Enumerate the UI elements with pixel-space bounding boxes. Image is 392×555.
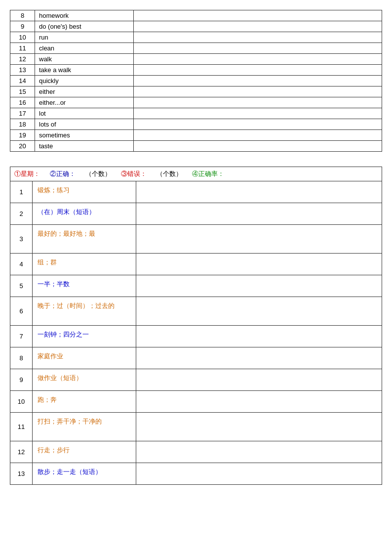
practice-answer [136,181,382,203]
vocab-num: 12 [10,54,35,65]
practice-row: 12 行走；步行 [10,441,382,463]
vocab-english: do (one's) best [35,21,134,32]
header-unit2: （个数） [157,170,182,178]
practice-chinese: 一刻钟；四分之一 [33,326,136,347]
practice-header-row: ①星期： ②正确： （个数） ③错误： （个数） ④正确率： [10,167,382,181]
vocab-blank [134,119,382,130]
vocab-table: 8 homework 9 do (one's) best 10 run 11 c… [10,10,382,152]
practice-chinese: 行走；步行 [33,441,136,463]
practice-answer [136,369,382,391]
vocab-blank [134,130,382,141]
practice-num: 3 [10,225,33,254]
practice-row: 6 晚于；过（时间）；过去的 [10,297,382,326]
vocab-num: 18 [10,119,35,130]
practice-num: 13 [10,463,33,485]
practice-chinese: 跑；奔 [33,391,136,413]
vocab-blank [134,32,382,43]
practice-num: 9 [10,369,33,391]
vocab-row: 13 take a walk [10,65,382,76]
vocab-num: 15 [10,86,35,97]
practice-row: 13 散步；走一走（短语） [10,463,382,485]
vocab-english: lots of [35,119,134,130]
header-lbl3: ③错误： [121,170,147,178]
vocab-row: 9 do (one's) best [10,21,382,32]
practice-table: ①星期： ②正确： （个数） ③错误： （个数） ④正确率： 1 锻炼；练习 2… [10,167,382,485]
practice-row: 3 最好的；最好地；最 [10,225,382,254]
vocab-english: homework [35,10,134,21]
practice-answer [136,347,382,369]
vocab-row: 19 sometimes [10,130,382,141]
vocab-row: 8 homework [10,10,382,21]
practice-answer [136,391,382,413]
practice-answer [136,413,382,441]
vocab-num: 8 [10,10,35,21]
vocab-english: lot [35,108,134,119]
header-labels: ①星期： ②正确： （个数） ③错误： （个数） ④正确率： [14,170,378,178]
practice-answer [136,326,382,347]
vocab-num: 11 [10,43,35,54]
practice-num: 6 [10,297,33,326]
practice-num: 7 [10,326,33,347]
practice-row: 11 打扫；弄干净；干净的 [10,413,382,441]
practice-num: 8 [10,347,33,369]
vocab-num: 19 [10,130,35,141]
practice-num: 4 [10,254,33,275]
vocab-num: 13 [10,65,35,76]
practice-chinese: 散步；走一走（短语） [33,463,136,485]
practice-chinese: 组；群 [33,254,136,275]
practice-answer [136,441,382,463]
vocab-english: run [35,32,134,43]
practice-row: 1 锻炼；练习 [10,181,382,203]
practice-chinese: 打扫；弄干净；干净的 [33,413,136,441]
vocab-blank [134,76,382,86]
header-lbl2: ②正确： [50,170,76,178]
practice-answer [136,225,382,254]
practice-chinese: 晚于；过（时间）；过去的 [33,297,136,326]
vocab-row: 15 either [10,86,382,97]
practice-row: 9 做作业（短语） [10,369,382,391]
practice-row: 4 组；群 [10,254,382,275]
practice-num: 11 [10,413,33,441]
vocab-num: 20 [10,141,35,152]
vocab-english: take a walk [35,65,134,76]
vocab-num: 10 [10,32,35,43]
practice-answer [136,203,382,225]
vocab-num: 17 [10,108,35,119]
header-lbl1: ①星期： [14,170,40,178]
vocab-blank [134,141,382,152]
vocab-num: 9 [10,21,35,32]
vocab-english: clean [35,43,134,54]
vocab-blank [134,65,382,76]
vocab-blank [134,43,382,54]
vocab-row: 12 walk [10,54,382,65]
practice-chinese: 最好的；最好地；最 [33,225,136,254]
practice-row: 7 一刻钟；四分之一 [10,326,382,347]
practice-num: 2 [10,203,33,225]
practice-chinese: 做作业（短语） [33,369,136,391]
practice-row: 10 跑；奔 [10,391,382,413]
practice-chinese: （在）周末（短语） [33,203,136,225]
vocab-row: 16 either...or [10,97,382,108]
practice-num: 12 [10,441,33,463]
vocab-blank [134,10,382,21]
vocab-english: walk [35,54,134,65]
practice-chinese: 家庭作业 [33,347,136,369]
practice-row: 2 （在）周末（短语） [10,203,382,225]
practice-answer [136,463,382,485]
practice-answer [136,297,382,326]
vocab-row: 20 taste [10,141,382,152]
vocab-row: 18 lots of [10,119,382,130]
practice-chinese: 锻炼；练习 [33,181,136,203]
practice-row: 8 家庭作业 [10,347,382,369]
header-lbl4: ④正确率： [192,170,224,178]
practice-num: 10 [10,391,33,413]
vocab-row: 10 run [10,32,382,43]
vocab-blank [134,108,382,119]
practice-answer [136,254,382,275]
vocab-num: 14 [10,76,35,86]
practice-answer [136,275,382,297]
header-unit1: （个数） [85,170,111,178]
practice-num: 5 [10,275,33,297]
vocab-english: either [35,86,134,97]
vocab-row: 14 quickly [10,76,382,86]
